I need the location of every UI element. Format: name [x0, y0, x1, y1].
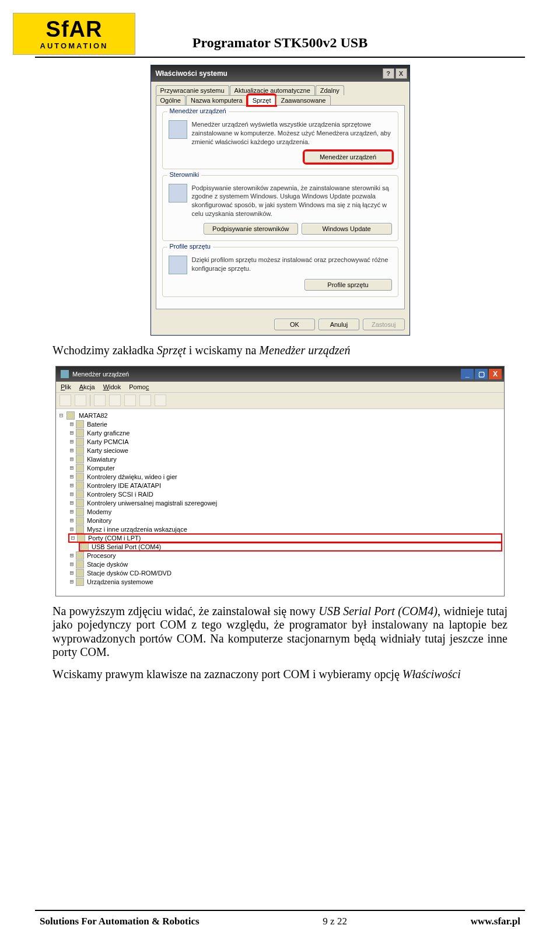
tree-node-label: Kontrolery IDE ATA/ATAPI: [87, 482, 161, 489]
tree-node[interactable]: ⊞Stacje dysków: [69, 560, 502, 568]
tree-node[interactable]: ⊞Procesory: [69, 551, 502, 560]
tree-node-usb-serial[interactable]: USB Serial Port (COM4): [79, 543, 502, 551]
footer-rule: [35, 910, 525, 911]
maximize-button[interactable]: ▢: [475, 369, 488, 379]
device-manager-window: Menedżer urządzeń _ ▢ X Plik Akcja Widok…: [55, 366, 505, 596]
ports-label: Porty (COM i LPT): [88, 535, 141, 542]
device-category-icon: [76, 490, 84, 498]
usb-serial-label: USB Serial Port (COM4): [92, 543, 161, 550]
tree-node[interactable]: ⊞Mysz i inne urządzenia wskazujące: [69, 525, 502, 533]
logo: SfAR AUTOMATION: [13, 13, 135, 55]
tree-node-label: Procesory: [87, 552, 116, 559]
device-category-icon: [76, 420, 84, 428]
tree-node[interactable]: ⊞Kontrolery uniwersalnej magistrali szer…: [69, 499, 502, 507]
devmgr-icon: [169, 120, 187, 139]
menu-action[interactable]: Akcja: [79, 383, 95, 390]
minimize-button[interactable]: _: [461, 369, 474, 379]
drivers-text: Podpisywanie sterowników zapewnia, że za…: [192, 184, 392, 218]
footer-right: www.sfar.pl: [471, 916, 520, 927]
device-category-icon: [76, 551, 84, 560]
device-category-icon: [76, 516, 84, 525]
tab-advanced[interactable]: Zaawansowane: [276, 95, 330, 105]
device-category-icon: [76, 560, 84, 568]
tree-node[interactable]: ⊞Karty PCMCIA: [69, 438, 502, 446]
device-category-icon: [76, 569, 84, 577]
tree-node[interactable]: ⊞Monitory: [69, 516, 502, 525]
tree-node[interactable]: ⊞Kontrolery dźwięku, wideo i gier: [69, 473, 502, 481]
tree-node[interactable]: ⊞Komputer: [69, 464, 502, 472]
tabs-area: Przywracanie systemu Aktualizacje automa…: [151, 82, 410, 105]
dm-title: Menedżer urządzeń: [72, 371, 129, 378]
footer-center: 9 z 22: [323, 916, 347, 927]
tree-node-label: Komputer: [87, 465, 115, 472]
tree-node[interactable]: ⊞Kontrolery SCSI i RAID: [69, 490, 502, 498]
tab-general[interactable]: Ogólne: [156, 95, 186, 105]
menu-help[interactable]: Pomoc: [129, 383, 149, 390]
apply-button[interactable]: Zastosuj: [363, 319, 405, 330]
help-button[interactable]: ?: [383, 68, 394, 79]
tree-node-label: Modemy: [87, 508, 111, 515]
port-icon: [80, 543, 89, 551]
cancel-button[interactable]: Anuluj: [318, 319, 359, 330]
tab-remote[interactable]: Zdalny: [316, 85, 344, 95]
tree-node[interactable]: ⊞Klawiatury: [69, 455, 502, 463]
device-category-icon: [76, 429, 84, 437]
toolbar-icon-2[interactable]: [109, 395, 121, 406]
toolbar-icon-5[interactable]: [155, 395, 166, 406]
back-icon[interactable]: [60, 395, 71, 406]
device-category-icon: [76, 508, 84, 516]
tree-node-label: Stacje dysków: [87, 561, 128, 568]
header-rule: [35, 57, 525, 58]
tree-node[interactable]: ⊞Stacje dysków CD-ROM/DVD: [69, 569, 502, 577]
dialog-titlebar: Właściwości systemu ? X: [151, 65, 410, 82]
tree-node-label: Kontrolery SCSI i RAID: [87, 491, 153, 498]
close-button[interactable]: X: [489, 369, 502, 379]
hardware-profiles-button[interactable]: Profile sprzętu: [304, 279, 392, 291]
driver-signing-button[interactable]: Podpisywanie sterowników: [204, 223, 298, 235]
drivers-icon: [169, 184, 187, 203]
tree-node-label: Klawiatury: [87, 456, 117, 463]
device-manager-button[interactable]: Menedżer urządzeń: [304, 151, 392, 163]
system-properties-dialog: Właściwości systemu ? X Przywracanie sys…: [150, 65, 410, 336]
tree-node-label: Kontrolery dźwięku, wideo i gier: [87, 473, 177, 480]
device-category-icon: [76, 473, 84, 481]
device-category-icon: [76, 446, 84, 455]
ok-button[interactable]: OK: [274, 319, 315, 330]
toolbar-icon-1[interactable]: [94, 395, 106, 406]
device-tree: ⊟ MARTA82 ⊞Baterie⊞Karty graficzne⊞Karty…: [56, 409, 504, 596]
tree-node[interactable]: ⊞Urządzenia systemowe: [69, 578, 502, 586]
page-footer: Solutions For Automation & Robotics 9 z …: [0, 910, 560, 927]
tree-node[interactable]: ⊞Karty graficzne: [69, 429, 502, 437]
device-category-icon: [76, 464, 84, 472]
windows-update-button[interactable]: Windows Update: [302, 223, 392, 235]
instruction-2: Na powyższym zdjęciu widać, że zainstalo…: [52, 605, 508, 659]
device-category-icon: [76, 438, 84, 446]
root-label: MARTA82: [79, 412, 108, 419]
dm-toolbar: [56, 393, 504, 409]
logo-sub: AUTOMATION: [40, 41, 108, 50]
tree-node-ports[interactable]: ⊟ Porty (COM i LPT): [69, 534, 502, 542]
close-button[interactable]: X: [396, 68, 407, 79]
tree-node[interactable]: ⊞Kontrolery IDE ATA/ATAPI: [69, 481, 502, 490]
device-category-icon: [76, 578, 84, 586]
toolbar-icon-3[interactable]: [124, 395, 136, 406]
tab-restore[interactable]: Przywracanie systemu: [156, 85, 229, 95]
tab-auto-updates[interactable]: Aktualizacje automatyczne: [230, 85, 315, 95]
group-title-profiles: Profile sprzętu: [167, 243, 213, 250]
dm-app-icon: [61, 370, 69, 378]
footer-left: Solutions For Automation & Robotics: [40, 916, 200, 927]
toolbar-icon-4[interactable]: [139, 395, 151, 406]
group-device-manager: Menedżer urządzeń Menedżer urządzeń wyśw…: [162, 111, 398, 169]
menu-file[interactable]: Plik: [61, 383, 71, 390]
tree-node[interactable]: ⊞Modemy: [69, 508, 502, 516]
menu-view[interactable]: Widok: [103, 383, 121, 390]
ports-icon: [77, 534, 85, 542]
tree-root[interactable]: ⊟ MARTA82: [58, 411, 502, 420]
tab-computer-name[interactable]: Nazwa komputera: [186, 95, 247, 105]
forward-icon[interactable]: [75, 395, 86, 406]
tab-hardware[interactable]: Sprzęt: [248, 95, 276, 105]
tree-node[interactable]: ⊞Baterie: [69, 420, 502, 428]
tree-node[interactable]: ⊞Karty sieciowe: [69, 446, 502, 455]
tree-node-label: Urządzenia systemowe: [87, 578, 153, 585]
tree-node-label: Karty graficzne: [87, 430, 130, 437]
